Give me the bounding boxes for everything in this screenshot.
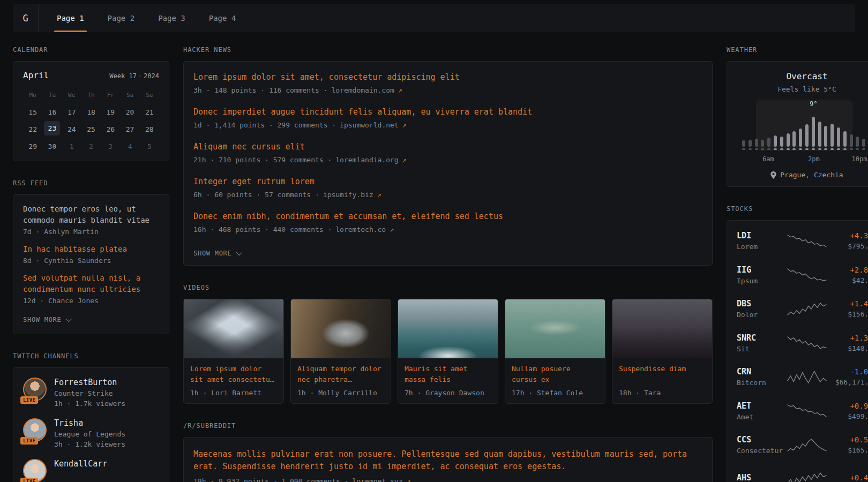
news-item-domain[interactable]: loremtech.co xyxy=(335,225,386,234)
twitch-channel-name[interactable]: ForrestBurton xyxy=(54,378,125,387)
calendar-day-header: Th xyxy=(81,87,101,103)
stocks-widget: STOCKS LDI Lorem +4.35% $795.18 IIG Ipsu… xyxy=(727,205,868,482)
calendar-header: April Week 17·2024 xyxy=(23,70,159,80)
subreddit-post-domain[interactable]: loremnet.xyz xyxy=(353,477,403,482)
stock-sparkline xyxy=(787,368,827,386)
stock-change: +0.92% xyxy=(827,402,868,410)
stock-row: LDI Lorem +4.35% $795.18 xyxy=(737,224,868,258)
stock-identity: CRN Bitcorn xyxy=(737,367,787,387)
twitch-channel-row[interactable]: LIVE KendallCarr xyxy=(23,459,159,482)
twitch-card: LIVE ForrestBurton Counter-Strike 1h · 1… xyxy=(13,367,169,482)
weather-hour-bar xyxy=(837,127,840,150)
news-item-headline[interactable]: Donec enim nibh, condimentum et accumsan… xyxy=(193,212,702,221)
news-item-headline[interactable]: Integer eget rutrum lorem xyxy=(193,177,702,186)
stock-name: Sit xyxy=(737,345,787,353)
news-item-domain[interactable]: loremlandia.org xyxy=(335,156,398,164)
weather-hour-bar xyxy=(812,117,815,150)
news-item-meta: 6h · 60 points · 57 comments · ipsumify.… xyxy=(193,191,702,199)
weather-hour-label: 6am xyxy=(762,155,774,163)
news-item-domain[interactable]: loremdomain.com xyxy=(331,86,394,94)
rss-item-headline[interactable]: In hac habitasse platea xyxy=(23,244,159,255)
rss-item[interactable]: Donec tempor eros leo, ut commodo mauris… xyxy=(23,204,159,236)
video-card[interactable]: Suspendisse diam 18h · Tara xyxy=(612,299,713,404)
calendar-day: 27 xyxy=(120,121,139,137)
rss-item[interactable]: In hac habitasse platea 8d · Cynthia Sau… xyxy=(23,244,159,265)
video-card[interactable]: Mauris sit amet massa felis 7h · Grayson… xyxy=(398,299,498,404)
calendar-widget: CALENDAR April Week 17·2024 MoTuWeThFrSa… xyxy=(13,46,169,161)
news-item-domain[interactable]: ipsumify.biz xyxy=(323,191,373,199)
weather-hour-bar xyxy=(761,140,764,150)
subreddit-card: Maecenas mollis pulvinar erat non posuer… xyxy=(183,437,713,482)
video-card[interactable]: Lorem ipsum dolor sit amet consectetu… 1… xyxy=(183,299,284,404)
weather-location: Prague, Czechia xyxy=(780,171,843,179)
news-item-headline[interactable]: Donec imperdiet augue tincidunt felis al… xyxy=(193,107,702,117)
weather-hour-bar xyxy=(787,133,790,150)
page-tab[interactable]: Page 1 xyxy=(45,4,96,32)
calendar-day-header: Su xyxy=(140,87,159,103)
twitch-channel-name[interactable]: Trisha xyxy=(54,418,125,428)
external-link-icon[interactable]: ↗ xyxy=(377,191,381,199)
rss-item-headline[interactable]: Sed volutpat nulla nisl, a condimentum n… xyxy=(23,273,159,295)
rss-item-meta: 7d · Ashlyn Martin xyxy=(23,228,159,236)
calendar-day: 25 xyxy=(81,121,101,137)
weather-hour-label: 2pm xyxy=(808,155,820,163)
rss-show-more-button[interactable]: SHOW MORE xyxy=(23,316,70,323)
news-item-domain[interactable]: ipsumworld.net xyxy=(340,121,399,129)
weather-hour-bar xyxy=(799,129,802,150)
video-card[interactable]: Aliquam tempor dolor nec pharetra… 1h · … xyxy=(290,299,391,404)
video-name[interactable]: Nullam posuere cursus ex xyxy=(512,364,598,386)
twitch-channel-name[interactable]: KendallCarr xyxy=(54,459,107,469)
twitch-channel-row[interactable]: LIVE ForrestBurton Counter-Strike 1h · 1… xyxy=(23,378,159,408)
twitch-channel-game: Counter-Strike xyxy=(54,389,125,397)
external-link-icon[interactable]: ↗ xyxy=(402,121,407,129)
external-link-icon[interactable]: ↗ xyxy=(398,86,402,94)
stock-values: +0.46% xyxy=(827,473,868,482)
hacker-news-list: Lorem ipsum dolor sit amet, consectetur … xyxy=(193,72,702,234)
hacker-news-show-more-button[interactable]: SHOW MORE xyxy=(193,250,241,257)
rss-item-headline[interactable]: Donec tempor eros leo, ut commodo mauris… xyxy=(23,204,159,226)
video-name[interactable]: Aliquam tempor dolor nec pharetra… xyxy=(297,364,384,386)
calendar-day: 21 xyxy=(140,104,159,120)
twitch-widget: TWITCH CHANNELS LIVE ForrestBurton Count… xyxy=(13,352,169,482)
external-link-icon[interactable]: ↗ xyxy=(390,225,394,234)
video-thumbnail xyxy=(291,299,391,358)
twitch-channel-row[interactable]: LIVE Trisha League of Legends 3h · 1.2k … xyxy=(23,418,159,448)
rss-card: Donec tempor eros leo, ut commodo mauris… xyxy=(13,194,169,334)
page-tab[interactable]: Page 2 xyxy=(96,4,147,32)
live-badge: LIVE xyxy=(20,396,38,404)
subreddit-post-headline[interactable]: Maecenas mollis pulvinar erat non posuer… xyxy=(193,448,702,472)
stock-name: Ipsum xyxy=(737,277,787,285)
page-tab[interactable]: Page 4 xyxy=(197,4,248,32)
calendar-day: 22 xyxy=(23,121,42,137)
video-name[interactable]: Lorem ipsum dolor sit amet consectetu… xyxy=(190,364,277,386)
video-name[interactable]: Suspendisse diam xyxy=(619,364,706,386)
calendar-day-header: Fr xyxy=(101,87,120,103)
live-badge: LIVE xyxy=(20,478,38,482)
app-logo[interactable]: G xyxy=(13,4,39,32)
subreddit-post-stats: 19h · 9,932 points · 1,090 comments · xyxy=(193,477,349,482)
news-item-stats: 16h · 468 points · 440 comments · xyxy=(193,225,332,234)
external-link-icon[interactable]: ↗ xyxy=(402,156,407,164)
calendar-day: 16 xyxy=(42,104,62,120)
video-meta: 1h · Lori Barnett xyxy=(190,389,277,397)
news-item-headline[interactable]: Lorem ipsum dolor sit amet, consectetur … xyxy=(193,72,702,82)
stock-price: $499.72 xyxy=(827,412,868,420)
news-item: Donec enim nibh, condimentum et accumsan… xyxy=(193,212,702,234)
video-name[interactable]: Mauris sit amet massa felis xyxy=(405,364,491,386)
video-info: Aliquam tempor dolor nec pharetra… 1h · … xyxy=(291,358,391,403)
weather-hour-bar xyxy=(755,139,758,150)
rss-item[interactable]: Sed volutpat nulla nisl, a condimentum n… xyxy=(23,273,159,305)
news-item-headline[interactable]: Aliquam nec cursus elit xyxy=(193,142,702,152)
video-card[interactable]: Nullam posuere cursus ex 17h · Stefan Co… xyxy=(505,299,605,404)
news-item: Lorem ipsum dolor sit amet, consectetur … xyxy=(193,72,702,94)
page-tab[interactable]: Page 3 xyxy=(146,4,197,32)
news-item: Aliquam nec cursus elit 21h · 710 points… xyxy=(193,142,702,164)
calendar-day: 4 xyxy=(120,138,139,154)
external-link-icon[interactable]: ↗ xyxy=(407,477,411,482)
weather-peak-temp: 9° xyxy=(810,100,817,108)
stock-sparkline xyxy=(787,300,827,318)
stock-symbol: LDI xyxy=(737,231,787,240)
calendar-day-header: Tu xyxy=(42,87,62,103)
stock-sparkline xyxy=(787,402,827,419)
rss-show-more-label: SHOW MORE xyxy=(23,316,62,323)
